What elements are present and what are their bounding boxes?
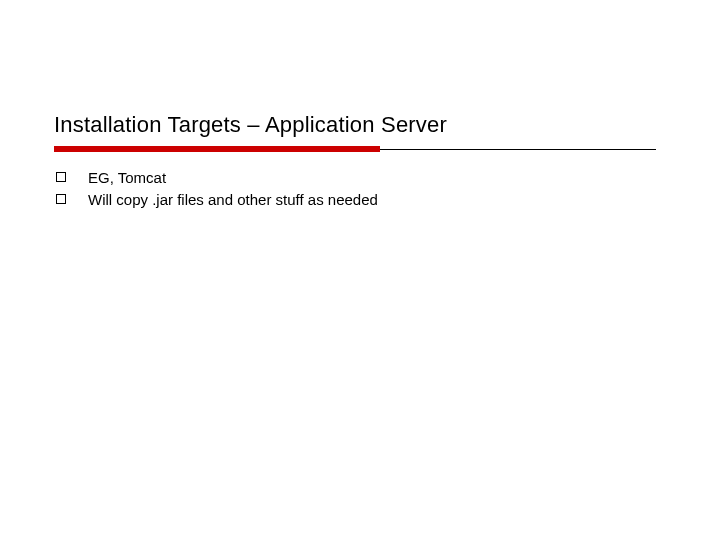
slide: Installation Targets – Application Serve… bbox=[0, 0, 720, 540]
list-item-text: EG, Tomcat bbox=[88, 168, 166, 188]
title-underline-accent bbox=[54, 146, 380, 152]
square-bullet-icon bbox=[56, 194, 66, 204]
title-underline-thin bbox=[380, 149, 656, 150]
square-bullet-icon bbox=[56, 172, 66, 182]
list-item: Will copy .jar files and other stuff as … bbox=[56, 190, 616, 210]
list-item: EG, Tomcat bbox=[56, 168, 616, 188]
slide-title: Installation Targets – Application Serve… bbox=[54, 112, 447, 138]
list-item-text: Will copy .jar files and other stuff as … bbox=[88, 190, 378, 210]
bullet-list: EG, Tomcat Will copy .jar files and othe… bbox=[56, 168, 616, 212]
